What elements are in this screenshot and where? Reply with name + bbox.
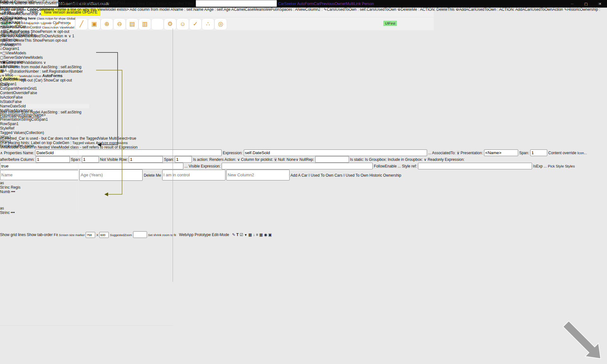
property-row[interactable]: StyleRef bbox=[0, 126, 89, 130]
attribute-icon: A bbox=[170, 7, 173, 12]
label-tool-icon[interactable]: ≡ bbox=[256, 233, 258, 237]
styleref-input[interactable] bbox=[418, 163, 532, 169]
property-row[interactable]: CodeComment bbox=[0, 77, 89, 82]
edit-tool-icon[interactable]: ✎ bbox=[232, 233, 235, 237]
screen-width-input[interactable] bbox=[86, 232, 95, 238]
null-select[interactable]: None∨ bbox=[287, 157, 298, 162]
property-row[interactable]: ColSpan1 bbox=[0, 82, 89, 86]
expand-icon[interactable]: + bbox=[0, 33, 2, 38]
icon-button[interactable]: Icon... bbox=[577, 151, 587, 155]
expression-ellipsis-button[interactable]: ... bbox=[428, 151, 431, 155]
filter-link-carseeker[interactable]: CarSeeker bbox=[278, 2, 296, 6]
expand-icon[interactable]: + bbox=[0, 38, 2, 42]
editor-minimize-icon[interactable]: ─ bbox=[571, 2, 574, 6]
grid-tool-icon[interactable]: ▦ bbox=[259, 233, 263, 237]
property-row[interactable]: IsActionFalse bbox=[0, 95, 89, 100]
checkbox-tool-icon[interactable]: ☑ bbox=[240, 233, 243, 237]
preview-add-car-button[interactable]: Add A Car I Used To Own bbox=[291, 173, 334, 177]
set-shrink-zoom-button[interactable]: Set shrink zoom to fit bbox=[148, 233, 176, 237]
preview-control-input[interactable] bbox=[162, 170, 225, 180]
picklist-select[interactable]: ∨ bbox=[274, 157, 277, 162]
vm-column[interactable]: ✎CarsIUsedToOwn : self.CarsIUsedToOwn bbox=[324, 7, 396, 12]
row-span-input[interactable] bbox=[175, 156, 192, 163]
expand-icon[interactable]: + bbox=[0, 64, 2, 69]
property-row[interactable]: XPos1 bbox=[0, 135, 89, 139]
uifirst-badge[interactable]: UIFirst bbox=[383, 21, 397, 26]
suggested-zoom-input[interactable] bbox=[133, 231, 147, 238]
expand-icon[interactable]: + bbox=[1, 29, 3, 33]
nullrep-input[interactable] bbox=[315, 156, 349, 163]
collapse-icon[interactable]: − bbox=[0, 15, 2, 20]
property-row[interactable]: PresentationStringColSpan1 bbox=[0, 117, 89, 122]
property-row[interactable]: Tagged Values(Collection) bbox=[0, 130, 89, 135]
tree-item-serversideviewmodels[interactable]: ▢ServerSideViewModels bbox=[0, 55, 89, 60]
property-row[interactable]: NullRowModeNone bbox=[0, 108, 89, 113]
presentation-input[interactable] bbox=[484, 149, 518, 156]
collapse-icon[interactable]: − bbox=[0, 20, 2, 24]
categorized-view-icon[interactable]: ▦ bbox=[0, 69, 3, 73]
styles-button[interactable]: Styles bbox=[565, 164, 575, 168]
tree-item-categories[interactable]: +▣Categories bbox=[0, 60, 89, 64]
property-row-selected[interactable]: NameDateSold bbox=[0, 104, 89, 108]
readonly-ellipsis-button[interactable]: ... bbox=[184, 164, 187, 168]
include-groupbox-select[interactable]: ∨ bbox=[424, 157, 427, 162]
vm-column[interactable]: ANewColumn2 : bbox=[295, 7, 323, 12]
actions-icon: ⚙ bbox=[2, 64, 6, 69]
editor-maximize-icon[interactable]: ▢ bbox=[584, 2, 587, 6]
image-tool-icon[interactable]: ▣ bbox=[268, 233, 272, 237]
property-row[interactable]: IsStaticFalse bbox=[0, 100, 89, 104]
property-row[interactable]: YPos1 bbox=[0, 139, 89, 144]
expand-icon[interactable]: + bbox=[0, 60, 2, 64]
fit-button[interactable]: Fit bbox=[54, 233, 58, 237]
search-icon[interactable]: ⌕ bbox=[83, 8, 86, 13]
import-tool-icon[interactable]: ↓ bbox=[253, 233, 255, 237]
vm-column[interactable]: ⚙AddACarIUsedToOwn : ACTION: AddACarIUse… bbox=[456, 7, 563, 12]
calendar-tool-icon[interactable]: ▦ bbox=[248, 233, 252, 237]
vm-column[interactable]: ⚙DeleteMe : ACTION: DeleteThis bbox=[397, 7, 455, 12]
presentation-span-input[interactable] bbox=[530, 149, 547, 156]
pick-style-button[interactable]: Pick Style bbox=[548, 164, 564, 168]
filter-link-person[interactable]: Person bbox=[362, 2, 374, 6]
property-row[interactable]: RowSpan1 bbox=[0, 122, 89, 126]
renders-action-select[interactable]: ∨ bbox=[237, 157, 240, 162]
tree-item-actions[interactable]: +⚙Actions bbox=[0, 64, 89, 69]
property-pages-icon[interactable]: ▤ bbox=[10, 69, 13, 73]
tree-item-brandofcar[interactable]: +▤BrandOfCar bbox=[0, 24, 89, 29]
associatedto-select[interactable]: ∨ bbox=[457, 151, 460, 155]
alphabetical-sort-icon[interactable]: A↓ bbox=[4, 69, 9, 73]
tree-item-diagram1[interactable]: ▱Diagram1 bbox=[0, 46, 89, 51]
text-tool-icon[interactable]: T bbox=[236, 233, 239, 237]
filter-link-autoform[interactable]: AutoFormCarPreviousOwnerMultiLink bbox=[297, 2, 361, 6]
expand-icon[interactable]: + bbox=[0, 51, 2, 55]
visible-input[interactable] bbox=[222, 163, 373, 169]
globe-tool-icon[interactable]: ◉ bbox=[264, 233, 267, 237]
class-icon: ▤ bbox=[2, 33, 6, 38]
filter-input[interactable] bbox=[196, 0, 277, 7]
vm-column[interactable]: ACamelCaseMeansWePutInSpaces : bbox=[231, 7, 294, 12]
property-row[interactable]: ContentOverrideFalse bbox=[0, 91, 89, 95]
tree-item-historicownership[interactable]: +▤HistoricOwnership bbox=[0, 33, 89, 38]
property-row[interactable]: PresentationString<Name> bbox=[0, 113, 89, 117]
vm-column[interactable]: AName : self.Name bbox=[170, 7, 203, 12]
tree-item-car[interactable]: +▤Car bbox=[0, 29, 89, 33]
screen-height-input[interactable] bbox=[99, 232, 109, 238]
webapp-prototype-button[interactable]: WebApp Prototype Edit-Mode bbox=[177, 232, 231, 238]
tree-item-person[interactable]: +▤Person bbox=[0, 38, 89, 42]
editor-close-icon[interactable]: ✕ bbox=[598, 2, 601, 6]
preview-newcolumn2-input[interactable] bbox=[226, 170, 290, 180]
property-row[interactable]: ColSpanWhenInGrid1 bbox=[0, 86, 89, 91]
tree-item-packages[interactable]: −◫Packages bbox=[0, 15, 89, 20]
splitter[interactable] bbox=[173, 28, 173, 282]
tree-item-package1[interactable]: −◫Package1 bbox=[0, 20, 89, 24]
expand-icon[interactable]: + bbox=[0, 24, 2, 29]
styleref-ellipsis-button[interactable]: ... bbox=[544, 164, 547, 168]
tree-item-processes[interactable]: »Processes bbox=[0, 11, 89, 15]
visible-ellipsis-button[interactable]: ... bbox=[398, 164, 401, 168]
tree-item-viewmodels[interactable]: +▢ViewModels bbox=[0, 51, 89, 55]
property-category-misc[interactable]: ∨ Misc bbox=[0, 73, 89, 77]
combobox-tool-icon[interactable]: ▼ bbox=[244, 233, 247, 237]
collapse-icon[interactable]: − bbox=[0, 42, 2, 46]
expression-input[interactable] bbox=[244, 149, 427, 156]
vm-column[interactable]: AAge : self.Age bbox=[204, 7, 230, 12]
tree-item-diagrams[interactable]: −▱Diagrams bbox=[0, 42, 89, 46]
